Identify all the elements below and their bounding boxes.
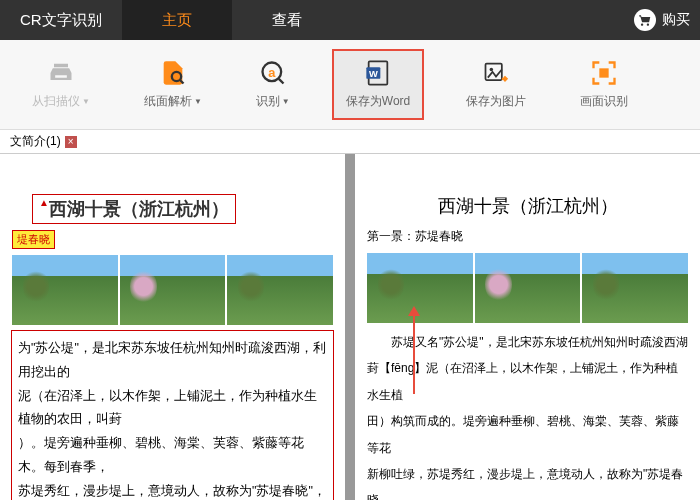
left-pane: ▲西湖十景（浙江杭州） 堤春晓 为"苏公堤"，是北宋苏东坡任杭州知州时疏浚西湖，… [0,154,345,500]
section-heading: 第一景：苏堤春晓 [367,228,688,245]
scenery-image [227,255,333,325]
save-as-image-button[interactable]: 保存为图片 [454,51,538,118]
file-tab-label: 文简介(1) [10,133,61,150]
scenery-image [12,255,118,325]
chevron-down-icon: ▼ [82,97,90,106]
app-title: CR文字识别 [0,11,122,30]
right-pane: 西湖十景（浙江杭州） 第一景：苏堤春晓 苏堤又名"苏公堤"，是北宋苏东坡任杭州知… [355,154,700,500]
scanner-icon [47,59,75,87]
tab-home[interactable]: 主页 [122,0,232,40]
doc-title-left: ▲西湖十景（浙江杭州） [32,194,236,224]
chevron-down-icon: ▼ [282,97,290,106]
screen-capture-icon [590,59,618,87]
annotation-arrow [413,314,415,394]
chevron-down-icon: ▼ [194,97,202,106]
output-text-block: 苏堤又名"苏公堤"，是北宋苏东坡任杭州知州时疏浚西湖 葑【fēng】泥（在沼泽上… [367,329,688,500]
recognized-text-block[interactable]: 为"苏公堤"，是北宋苏东坡任杭州知州时疏浚西湖，利用挖出的 泥（在沼泽上，以木作… [12,331,333,500]
recognize-icon: a [259,59,287,87]
svg-text:W: W [369,69,378,79]
svg-text:a: a [268,65,276,80]
doc-title-right: 西湖十景（浙江杭州） [367,194,688,218]
scenery-image [582,253,688,323]
file-tab[interactable]: 文简介(1) × [4,131,83,152]
tab-view[interactable]: 查看 [232,0,342,40]
top-bar: CR文字识别 主页 查看 购买 [0,0,700,40]
scenery-image [120,255,226,325]
word-doc-icon: W [364,59,392,87]
screen-recognition-button[interactable]: 画面识别 [568,51,640,118]
cart-icon [634,9,656,31]
pane-divider[interactable] [345,154,355,500]
close-icon[interactable]: × [65,136,77,148]
save-as-word-button[interactable]: W 保存为Word [332,49,424,120]
toolbar: 从扫描仪▼ 纸面解析▼ a 识别▼ W 保存为Word 保存为图片 画面识别 [0,40,700,130]
highlight-badge: 堤春晓 [12,230,55,249]
svg-rect-8 [600,68,609,77]
file-tab-bar: 文简介(1) × [0,130,700,154]
page-analysis-button[interactable]: 纸面解析▼ [132,51,214,118]
image-row-left [12,255,333,325]
document-search-icon [159,59,187,87]
image-export-icon [482,59,510,87]
content-area: ▲西湖十景（浙江杭州） 堤春晓 为"苏公堤"，是北宋苏东坡任杭州知州时疏浚西湖，… [0,154,700,500]
purchase-label: 购买 [662,11,690,29]
recognize-button[interactable]: a 识别▼ [244,51,302,118]
scan-from-scanner-button[interactable]: 从扫描仪▼ [20,51,102,118]
scenery-image [475,253,581,323]
purchase-button[interactable]: 购买 [624,9,700,31]
